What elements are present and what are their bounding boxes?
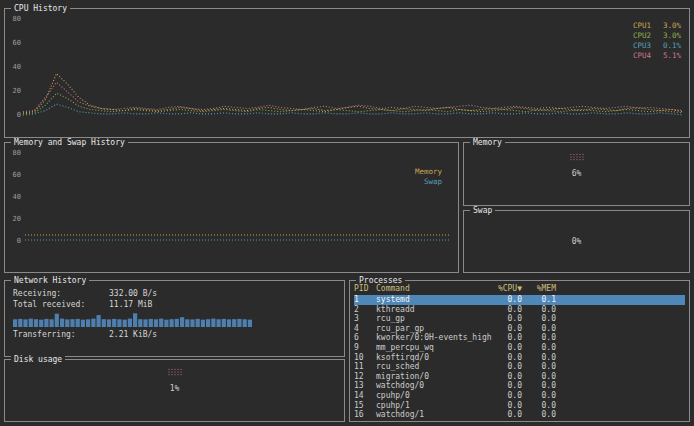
col-command[interactable]: Command — [376, 284, 488, 294]
process-pid: 12 — [354, 372, 376, 382]
memory-swap-history-panel: Memory and Swap History 80 60 40 20 0 Me… — [4, 142, 459, 273]
memory-panel: Memory 6% — [463, 142, 690, 206]
process-mem: 0.0 — [522, 372, 556, 382]
process-row[interactable]: 6kworker/0:0H-events_high0.00.0 — [354, 333, 685, 343]
process-mem: 0.0 — [522, 333, 556, 343]
cpu4-legend-item: CPU45.1% — [633, 51, 681, 61]
cpu3-legend-item: CPU30.1% — [633, 41, 681, 51]
y-tick: 0 — [7, 111, 21, 119]
swap-percent: 0% — [464, 237, 689, 246]
process-pid: 16 — [354, 410, 376, 420]
process-row[interactable]: 2kthreadd0.00.0 — [354, 305, 685, 315]
process-cmd: systemd — [376, 295, 488, 305]
process-pid: 4 — [354, 324, 376, 334]
process-row[interactable]: 9mm_percpu_wq0.00.0 — [354, 343, 685, 353]
y-tick: 0 — [7, 237, 21, 245]
process-cmd: watchdog/1 — [376, 410, 488, 420]
swap-title: Swap — [470, 206, 495, 215]
process-cmd: cpuhp/0 — [376, 391, 488, 401]
memory-percent: 6% — [464, 169, 689, 178]
process-row[interactable]: 1systemd0.00.1 — [354, 295, 685, 305]
disk-gauge — [167, 368, 182, 376]
processes-panel: Processes PID Command %CPU▼ %MEM 1system… — [349, 280, 690, 422]
disk-percent: 1% — [5, 384, 344, 393]
process-row[interactable]: 16watchdog/10.00.0 — [354, 410, 685, 420]
process-pid: 13 — [354, 381, 376, 391]
y-tick: 60 — [7, 171, 21, 179]
memory-swap-history-title: Memory and Swap History — [11, 138, 128, 147]
process-cpu: 0.0 — [488, 305, 522, 315]
y-tick: 20 — [7, 87, 21, 95]
process-cmd: migration/0 — [376, 372, 488, 382]
process-cpu: 0.0 — [488, 372, 522, 382]
process-cmd: kworker/0:0H-events_high — [376, 333, 488, 343]
total-received-line: Total received:11.17 MiB — [13, 299, 338, 310]
process-cpu: 0.0 — [488, 343, 522, 353]
process-cmd: rcu_gp — [376, 314, 488, 324]
process-cpu: 0.0 — [488, 295, 522, 305]
process-row[interactable]: 11rcu_sched0.00.0 — [354, 362, 685, 372]
memory-legend-item: Memory — [415, 167, 442, 177]
y-tick: 20 — [7, 215, 21, 223]
network-history-panel: Network History Receiving:332.00 B/s Tot… — [4, 280, 345, 357]
process-row[interactable]: 13watchdog/00.00.0 — [354, 381, 685, 391]
col-mem[interactable]: %MEM — [522, 284, 556, 294]
col-pid[interactable]: PID — [354, 284, 376, 294]
transferring-label: Transferring: — [13, 329, 109, 340]
cpu-history-title: CPU History — [11, 4, 70, 13]
processes-header: PID Command %CPU▼ %MEM — [354, 284, 685, 294]
process-mem: 0.0 — [522, 305, 556, 315]
receiving-line: Receiving:332.00 B/s — [13, 288, 338, 299]
process-cpu: 0.0 — [488, 401, 522, 411]
memory-swap-legend: Memory Swap — [415, 167, 442, 187]
process-mem: 0.0 — [522, 362, 556, 372]
process-cmd: rcu_par_gp — [376, 324, 488, 334]
process-mem: 0.0 — [522, 324, 556, 334]
cpu1-legend-item: CPU13.0% — [633, 21, 681, 31]
cpu2-legend-item: CPU23.0% — [633, 31, 681, 41]
process-pid: 1 — [354, 295, 376, 305]
process-cpu: 0.0 — [488, 410, 522, 420]
process-pid: 6 — [354, 333, 376, 343]
receiving-value: 332.00 B/s — [109, 289, 157, 298]
process-row[interactable]: 12migration/00.00.0 — [354, 372, 685, 382]
memory-title: Memory — [470, 138, 505, 147]
process-pid: 15 — [354, 401, 376, 411]
cpu-history-chart — [23, 15, 683, 119]
process-cpu: 0.0 — [488, 353, 522, 363]
process-cmd: mm_percpu_wq — [376, 343, 488, 353]
memory-gauge — [569, 153, 584, 161]
cpu-legend: CPU13.0% CPU23.0% CPU30.1% CPU45.1% — [633, 21, 681, 61]
process-pid: 2 — [354, 305, 376, 315]
process-row[interactable]: 14cpuhp/00.00.0 — [354, 391, 685, 401]
process-mem: 0.0 — [522, 410, 556, 420]
y-tick: 40 — [7, 63, 21, 71]
process-pid: 11 — [354, 362, 376, 372]
process-pid: 3 — [354, 314, 376, 324]
process-cpu: 0.0 — [488, 362, 522, 372]
swap-panel: Swap 0% — [463, 210, 690, 273]
process-row[interactable]: 15cpuhp/10.00.0 — [354, 401, 685, 411]
y-tick: 80 — [7, 15, 21, 23]
disk-usage-title: Disk usage — [11, 355, 65, 364]
process-cmd: watchdog/0 — [376, 381, 488, 391]
process-pid: 9 — [354, 343, 376, 353]
process-row[interactable]: 10ksoftirqd/00.00.0 — [354, 353, 685, 363]
process-mem: 0.0 — [522, 343, 556, 353]
process-cpu: 0.0 — [488, 391, 522, 401]
process-cmd: kthreadd — [376, 305, 488, 315]
col-cpu[interactable]: %CPU▼ — [488, 284, 522, 294]
network-history-title: Network History — [11, 276, 89, 285]
disk-usage-panel: Disk usage 1% — [4, 359, 345, 422]
memory-swap-chart — [25, 149, 450, 245]
process-mem: 0.0 — [522, 391, 556, 401]
process-cmd: rcu_sched — [376, 362, 488, 372]
process-row[interactable]: 4rcu_par_gp0.00.0 — [354, 324, 685, 334]
process-cpu: 0.0 — [488, 324, 522, 334]
process-row[interactable]: 3rcu_gp0.00.0 — [354, 314, 685, 324]
process-cpu: 0.0 — [488, 314, 522, 324]
process-cmd: ksoftirqd/0 — [376, 353, 488, 363]
y-tick: 80 — [7, 149, 21, 157]
y-tick: 60 — [7, 39, 21, 47]
process-cpu: 0.0 — [488, 381, 522, 391]
